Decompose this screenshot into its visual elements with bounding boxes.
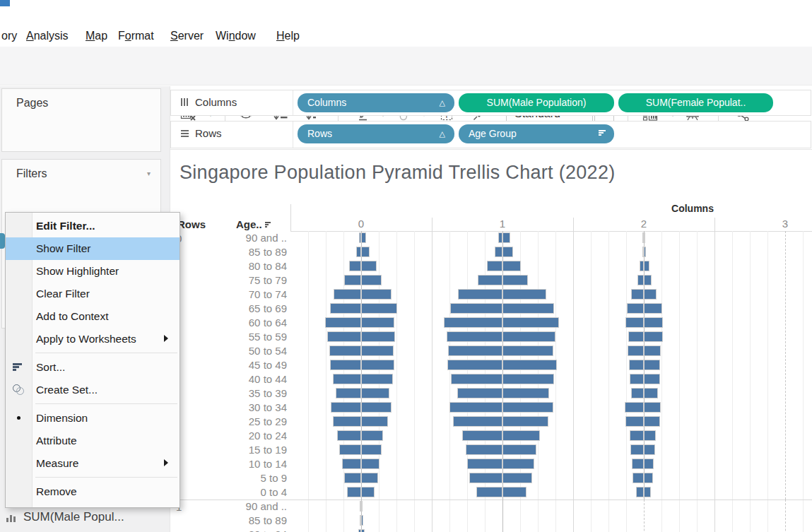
context-menu-item-remove[interactable]: Remove [6,480,180,503]
male-bar[interactable] [344,275,361,285]
female-bar[interactable] [502,360,557,370]
age-group-label[interactable]: 80 to 84 [211,259,287,273]
female-bar[interactable] [644,473,653,483]
female-bar[interactable] [361,529,365,532]
age-group-label[interactable]: 30 to 34 [211,401,287,415]
female-bar[interactable] [644,444,655,455]
age-group-label[interactable]: 40 to 44 [211,372,287,386]
female-bar[interactable] [644,402,661,413]
female-bar[interactable] [361,261,377,271]
male-bar[interactable] [469,473,502,483]
female-bar[interactable] [644,374,660,384]
menu-item-analysis[interactable]: Analysis [26,30,69,42]
menu-item-map[interactable]: Map [86,30,107,42]
male-bar[interactable] [330,303,361,314]
female-bar[interactable] [644,430,656,441]
pill-rows[interactable]: Rows△ [298,124,454,143]
female-bar[interactable] [361,374,393,384]
age-group-label[interactable]: 90 and .. [211,500,287,514]
female-bar[interactable] [644,360,660,370]
male-bar[interactable] [447,331,502,342]
male-bar[interactable] [458,289,502,300]
female-bar[interactable] [361,232,366,243]
female-bar[interactable] [644,416,660,427]
female-bar[interactable] [361,430,383,441]
male-bar[interactable] [336,388,361,398]
age-group-label[interactable]: 60 to 64 [211,316,287,330]
menu-item-help[interactable]: Help [276,30,300,42]
male-bar[interactable] [495,247,502,257]
female-bar[interactable] [361,360,394,370]
male-bar[interactable] [632,459,644,469]
age-group-label[interactable]: 65 to 69 [211,302,287,316]
pill-sum-female-populat-[interactable]: SUM(Female Populat.. [618,93,773,112]
column-tick-0[interactable]: 0 [340,218,382,230]
female-bar[interactable] [361,515,363,526]
female-bar[interactable] [502,261,521,271]
rows-shelf[interactable]: Rows Rows△Age Group [170,121,811,148]
context-menu-item-add-to-context[interactable]: Add to Context [6,305,180,328]
female-bar[interactable] [502,289,546,300]
male-bar[interactable] [337,430,361,441]
female-bar[interactable] [502,402,553,413]
age-group-label[interactable]: 25 to 29 [211,415,287,429]
female-bar[interactable] [502,459,534,469]
context-menu-item-apply-to-worksheets[interactable]: Apply to Worksheets [6,328,180,350]
male-bar[interactable] [625,317,644,328]
pill-age-group[interactable]: Age Group [459,124,614,143]
context-menu-item-edit-filter-[interactable]: Edit Filter... [6,215,180,237]
female-bar[interactable] [361,303,397,314]
female-bar[interactable] [361,501,363,512]
female-bar[interactable] [502,374,554,384]
male-bar[interactable] [349,261,361,271]
male-bar[interactable] [467,459,502,469]
age-group-label[interactable]: 45 to 49 [211,358,287,372]
female-bar[interactable] [502,345,553,356]
female-bar[interactable] [644,459,654,469]
male-bar[interactable] [636,487,644,497]
female-bar[interactable] [644,345,661,356]
female-bar[interactable] [644,388,658,398]
sheet[interactable]: Singapore Population Pyramid Trellis Cha… [170,152,812,532]
male-bar[interactable] [330,360,361,370]
female-bar[interactable] [361,388,389,398]
age-group-label[interactable]: 0 to 4 [211,485,287,500]
female-bar[interactable] [644,487,651,497]
context-menu-item-create-set-[interactable]: Create Set... [6,379,180,401]
male-bar[interactable] [334,289,361,300]
context-menu-item-clear-filter[interactable]: Clear Filter [6,283,180,305]
context-menu-item-measure[interactable]: Measure [6,452,180,475]
age-group-label[interactable]: 90 and .. [211,231,287,245]
male-bar[interactable] [453,416,502,427]
female-bar[interactable] [361,247,370,257]
column-tick-2[interactable]: 2 [623,218,665,230]
column-tick-1[interactable]: 1 [481,218,524,230]
pages-card[interactable]: Pages [1,88,161,152]
male-bar[interactable] [447,360,502,370]
female-bar[interactable] [644,317,663,328]
menu-item-window[interactable]: Window [216,30,256,42]
female-bar[interactable] [502,473,532,483]
age-group-label[interactable]: 85 to 89 [211,514,287,528]
male-bar[interactable] [630,430,644,441]
male-bar[interactable] [325,317,361,328]
context-menu-item-dimension[interactable]: Dimension [6,407,180,430]
female-bar[interactable] [361,345,394,356]
male-bar[interactable] [478,275,502,285]
male-bar[interactable] [347,487,361,497]
age-group-label[interactable]: 80 to 84 [211,528,287,532]
age-group-label[interactable]: 85 to 89 [211,245,287,259]
female-bar[interactable] [502,487,526,497]
male-bar[interactable] [339,444,361,455]
male-bar[interactable] [342,459,361,469]
male-bar[interactable] [462,430,502,441]
menu-item-format[interactable]: Format [118,30,154,42]
male-bar[interactable] [631,388,644,398]
female-bar[interactable] [644,289,657,300]
context-menu-item-attribute[interactable]: Attribute [6,430,180,452]
context-menu-item-show-filter[interactable]: Show Filter [6,237,180,260]
male-bar[interactable] [632,473,644,483]
female-bar[interactable] [502,430,540,441]
male-bar[interactable] [329,345,361,356]
female-bar[interactable] [361,275,382,285]
